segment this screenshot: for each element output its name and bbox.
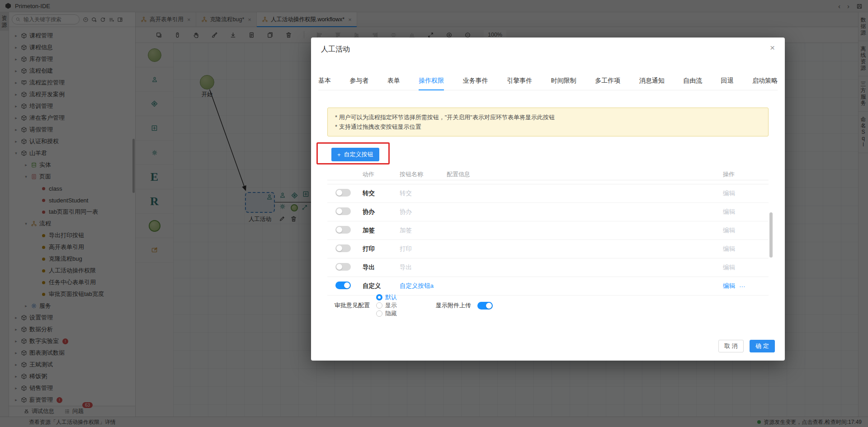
radio-icon[interactable] <box>376 302 382 309</box>
action-label: 协办 <box>363 208 400 216</box>
plus-icon: + <box>337 151 341 158</box>
opinion-radio[interactable]: 隐藏 <box>376 310 397 318</box>
dialog-tab-bar: 基本参与者表单操作权限业务事件引擎事件时间限制多工作项消息通知自由流回退启动策略 <box>318 71 778 90</box>
dialog-tab[interactable]: 消息通知 <box>639 71 665 90</box>
permission-table-header: 动作 按钮名称 配置信息 操作 <box>327 169 769 180</box>
add-custom-button[interactable]: + 自定义按钮 <box>331 148 379 161</box>
dialog-tab[interactable]: 多工作项 <box>595 71 620 90</box>
button-name: 协办 <box>400 208 447 216</box>
permission-row: 导出导出编辑 <box>327 258 769 277</box>
radio-icon[interactable] <box>376 294 382 300</box>
button-name: 导出 <box>400 263 447 272</box>
notice-box: * 用户可以为流程指定环节选择所需按钮，"开关启用"表示对应环节表单将显示此按钮… <box>327 108 769 136</box>
edit-link: 编辑 <box>723 245 735 253</box>
dialog-tab[interactable]: 启动策略 <box>752 71 778 90</box>
opinion-label: 审批意见配置 <box>335 301 370 310</box>
edit-link: 编辑 <box>723 263 735 272</box>
button-name: 打印 <box>400 245 447 253</box>
col-action: 动作 <box>363 170 400 178</box>
attachment-toggle[interactable] <box>477 302 493 310</box>
edit-link[interactable]: 编辑 <box>723 282 735 290</box>
dialog-tab[interactable]: 自由流 <box>683 71 702 90</box>
opinion-radio[interactable]: 显示 <box>376 301 397 310</box>
row-toggle[interactable] <box>335 207 351 215</box>
row-toggle[interactable] <box>335 244 351 252</box>
row-toggle[interactable] <box>335 189 351 197</box>
permission-row: 协办协办编辑 <box>327 203 769 221</box>
col-operation: 操作 <box>723 170 769 178</box>
ok-button[interactable]: 确 定 <box>750 340 775 352</box>
permission-row: 转交转交编辑 <box>327 184 769 203</box>
dialog-tab[interactable]: 基本 <box>318 71 331 90</box>
action-label: 加签 <box>363 226 400 235</box>
opinion-config-row: 审批意见配置 默认显示隐藏 显示附件上传 <box>327 298 769 313</box>
edit-link: 编辑 <box>723 189 735 197</box>
notice-line-2: * 支持通过拖拽改变按钮显示位置 <box>335 122 761 131</box>
row-toggle[interactable] <box>335 282 351 289</box>
radio-label: 隐藏 <box>385 310 397 318</box>
action-label: 导出 <box>363 263 400 272</box>
row-toggle[interactable] <box>335 263 351 271</box>
dialog-tab[interactable]: 业务事件 <box>463 71 488 90</box>
dialog-tab[interactable]: 参与者 <box>349 71 368 90</box>
radio-icon[interactable] <box>376 310 382 317</box>
col-config-info: 配置信息 <box>447 170 723 178</box>
permission-row: 加签加签编辑 <box>327 221 769 240</box>
col-button-name: 按钮名称 <box>400 170 447 178</box>
scrolled-row-sliver <box>327 180 769 184</box>
radio-label: 默认 <box>385 293 397 301</box>
action-label: 转交 <box>363 189 400 197</box>
edit-link: 编辑 <box>723 208 735 216</box>
action-label: 打印 <box>363 245 400 253</box>
dialog-tab[interactable]: 时间限制 <box>551 71 576 90</box>
row-toggle[interactable] <box>335 226 351 234</box>
notice-line-1: * 用户可以为流程指定环节选择所需按钮，"开关启用"表示对应环节表单将显示此按钮 <box>335 113 761 122</box>
permission-row: 自定义自定义按钮a编辑··· <box>327 277 769 296</box>
radio-label: 显示 <box>385 301 397 310</box>
button-name: 加签 <box>400 226 447 235</box>
dialog-tab[interactable]: 回退 <box>721 71 734 90</box>
more-actions-icon[interactable]: ··· <box>739 283 745 290</box>
dialog-tab[interactable]: 操作权限 <box>419 71 444 90</box>
button-name: 转交 <box>400 189 447 197</box>
button-name[interactable]: 自定义按钮a <box>400 282 447 290</box>
table-scrollbar[interactable] <box>769 212 773 258</box>
dialog-tab[interactable]: 引擎事件 <box>507 71 532 90</box>
action-label: 自定义 <box>363 282 400 290</box>
cancel-button[interactable]: 取 消 <box>718 340 744 352</box>
dialog-tab[interactable]: 表单 <box>387 71 400 90</box>
close-icon[interactable]: × <box>770 43 775 53</box>
opinion-radio[interactable]: 默认 <box>376 293 397 301</box>
edit-link: 编辑 <box>723 226 735 235</box>
manual-activity-dialog: 人工活动 × 基本参与者表单操作权限业务事件引擎事件时间限制多工作项消息通知自由… <box>311 38 785 361</box>
attachment-label: 显示附件上传 <box>436 301 471 310</box>
dialog-title: 人工活动 <box>321 45 350 54</box>
permission-row: 打印打印编辑 <box>327 240 769 258</box>
